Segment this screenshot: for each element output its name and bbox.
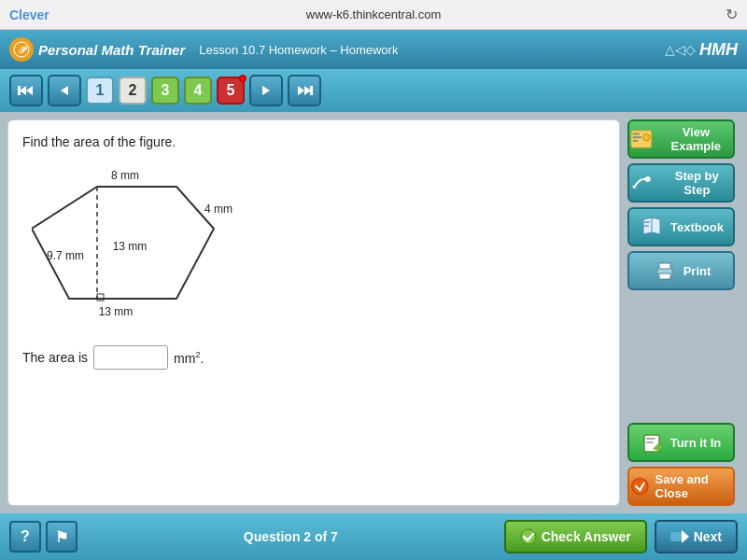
turn-in-label: Turn it In	[670, 436, 722, 450]
flag-icon: ⚑	[55, 528, 68, 546]
next-label: Next	[694, 529, 722, 544]
next-button[interactable]: Next	[655, 520, 738, 553]
side-panel: View Example Step by Step Textbook	[627, 119, 740, 506]
flag-button[interactable]: ⚑	[46, 521, 78, 553]
refresh-icon[interactable]: ↻	[726, 6, 738, 23]
help-button[interactable]: ?	[9, 521, 41, 553]
clever-logo: Clever	[9, 7, 49, 22]
save-close-icon	[629, 474, 651, 498]
textbook-icon	[639, 214, 665, 240]
header-lesson: Lesson 10.7 Homework – Homework	[199, 43, 398, 57]
svg-rect-22	[633, 140, 639, 142]
next-page-button[interactable]	[249, 75, 283, 106]
main-area: Find the area of the figure. 8 mm 4 mm	[0, 112, 747, 513]
save-close-button[interactable]: Save and Close	[627, 467, 735, 506]
question-info: Question 2 of 7	[78, 529, 504, 544]
hmh-triangles-icon: △◁◇	[665, 42, 696, 57]
textbook-button[interactable]: Textbook	[627, 207, 735, 246]
svg-rect-31	[660, 270, 663, 272]
svg-text:9.7 mm: 9.7 mm	[47, 249, 84, 262]
check-answer-button[interactable]: Check Answer	[504, 520, 647, 553]
hmh-text: HMH	[699, 40, 738, 60]
svg-marker-5	[61, 86, 68, 95]
question-panel: Find the area of the figure. 8 mm 4 mm	[7, 119, 620, 506]
bottom-bar: ? ⚑ Question 2 of 7 Check Answer Next	[0, 513, 747, 560]
view-example-button[interactable]: View Example	[627, 119, 735, 159]
step-by-step-button[interactable]: Step by Step	[627, 163, 735, 203]
turn-in-button[interactable]: Turn it In	[627, 423, 735, 462]
nav-page-1[interactable]: 1	[86, 77, 114, 105]
svg-rect-30	[659, 273, 670, 279]
header-hmh: △◁◇ HMH	[665, 40, 738, 60]
svg-text:13 mm: 13 mm	[113, 240, 148, 253]
nav-page-5[interactable]: 5	[217, 77, 245, 105]
svg-marker-6	[262, 86, 270, 95]
answer-prefix: The area is	[22, 350, 88, 365]
turn-in-icon	[641, 430, 666, 455]
svg-rect-33	[646, 438, 655, 440]
header-logo-text: Personal Math Trainer	[38, 42, 185, 58]
svg-rect-20	[633, 133, 640, 135]
logo-icon: 𝒫	[9, 37, 34, 62]
svg-rect-4	[18, 86, 21, 95]
last-page-button[interactable]	[288, 75, 321, 106]
figure-container: 8 mm 4 mm 13 mm 9.7 mm 13 mm	[32, 159, 293, 331]
step-by-step-label: Step by Step	[661, 169, 733, 197]
prev-page-button[interactable]	[48, 75, 81, 106]
svg-rect-29	[659, 263, 670, 269]
next-icon	[670, 528, 689, 545]
view-example-label: View Example	[659, 125, 733, 153]
svg-text:13 mm: 13 mm	[99, 305, 134, 318]
svg-point-35	[632, 478, 648, 494]
first-page-button[interactable]	[9, 75, 43, 106]
svg-text:4 mm: 4 mm	[204, 203, 233, 216]
browser-bar: Clever www-k6.thinkcentral.com ↻	[0, 0, 747, 30]
view-example-icon	[629, 126, 654, 152]
print-icon	[652, 258, 678, 284]
svg-marker-8	[304, 86, 311, 95]
svg-marker-38	[682, 530, 689, 543]
nav-bar: 1 2 3 4 5	[0, 69, 747, 112]
svg-text:8 mm: 8 mm	[111, 169, 139, 182]
check-answer-label: Check Answer	[542, 529, 631, 544]
svg-rect-34	[646, 441, 654, 443]
svg-point-24	[645, 176, 651, 182]
bottom-actions: Check Answer Next	[504, 520, 738, 553]
svg-rect-21	[633, 136, 641, 138]
error-indicator	[239, 75, 247, 82]
help-icon: ?	[21, 528, 30, 545]
nav-page-4[interactable]: 4	[184, 77, 212, 105]
answer-input[interactable]	[93, 345, 168, 370]
svg-rect-9	[310, 86, 313, 95]
svg-rect-37	[670, 532, 684, 541]
check-icon	[520, 528, 537, 545]
svg-rect-26	[644, 221, 650, 223]
spacer	[627, 295, 740, 399]
header-logo: 𝒫 Personal Math Trainer	[9, 37, 185, 62]
svg-point-23	[643, 133, 650, 140]
svg-rect-27	[644, 225, 649, 227]
print-button[interactable]: Print	[627, 251, 735, 290]
browser-url: www-k6.thinkcentral.com	[306, 7, 442, 21]
header-bar: 𝒫 Personal Math Trainer Lesson 10.7 Home…	[0, 30, 747, 69]
svg-marker-7	[298, 86, 304, 95]
svg-marker-3	[26, 86, 33, 95]
textbook-label: Textbook	[670, 220, 724, 234]
answer-unit: mm2.	[174, 350, 204, 366]
svg-marker-2	[20, 86, 26, 95]
print-label: Print	[684, 264, 712, 278]
help-buttons: ? ⚑	[9, 521, 78, 553]
save-close-label: Save and Close	[655, 472, 733, 500]
nav-page-2[interactable]: 2	[119, 77, 147, 105]
answer-area: The area is mm2.	[22, 345, 605, 370]
figure-svg: 8 mm 4 mm 13 mm 9.7 mm 13 mm	[32, 159, 293, 331]
nav-page-3[interactable]: 3	[151, 77, 179, 105]
step-by-step-icon	[629, 170, 655, 196]
question-instruction: Find the area of the figure.	[22, 134, 605, 149]
